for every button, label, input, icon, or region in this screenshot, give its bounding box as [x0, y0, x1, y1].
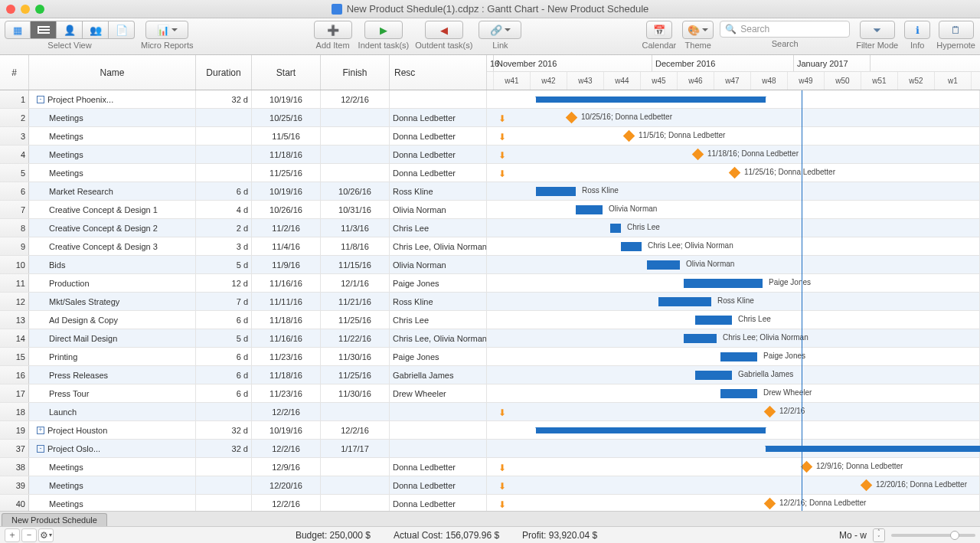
indent-tasks-button[interactable]: ▶: [364, 21, 403, 39]
summary-bar[interactable]: [536, 427, 766, 433]
cell-finish[interactable]: [321, 403, 390, 420]
cell-finish[interactable]: [321, 476, 390, 494]
add-item-button[interactable]: ➕: [314, 21, 352, 39]
cell-finish[interactable]: 10/31/16: [321, 201, 390, 218]
gantt-cell[interactable]: ⬇12/2/16: [487, 403, 980, 420]
cell-dur[interactable]: [196, 403, 252, 420]
gantt-cell[interactable]: Olivia Norman: [487, 201, 980, 218]
cell-finish[interactable]: 11/30/16: [321, 348, 390, 365]
cell-res[interactable]: Donna Ledbetter: [390, 495, 487, 511]
cell-start[interactable]: 12/2/16: [252, 495, 321, 511]
task-name-cell[interactable]: Creative Concept & Design 1: [29, 201, 196, 218]
cell-finish[interactable]: 11/15/16: [321, 256, 390, 273]
cell-dur[interactable]: 3 d: [196, 237, 252, 255]
view-mode-5-button[interactable]: 📄: [109, 21, 135, 39]
cell-dur[interactable]: 32 d: [196, 90, 252, 108]
cell-dur[interactable]: 6 d: [196, 366, 252, 384]
task-bar[interactable]: [610, 224, 621, 233]
settings-gear-button[interactable]: ⚙▾: [38, 528, 54, 542]
table-row[interactable]: 39Meetings12/20/16Donna Ledbetter⬇12/20/…: [0, 476, 980, 495]
task-name-cell[interactable]: Production: [29, 274, 196, 292]
cell-dur[interactable]: 12 d: [196, 274, 252, 292]
gantt-cell[interactable]: ⬇12/2/16; Donna Ledbetter: [487, 495, 980, 511]
cell-start[interactable]: 11/18/16: [252, 311, 321, 329]
outdent-tasks-button[interactable]: ◀: [425, 21, 463, 39]
milestone-marker[interactable]: [566, 112, 578, 124]
milestone-marker[interactable]: [623, 130, 635, 142]
cell-res[interactable]: Chris Lee, Olivia Norman: [390, 329, 487, 347]
cell-dur[interactable]: 6 d: [196, 384, 252, 402]
gantt-cell[interactable]: Chris Lee; Olivia Norman: [487, 329, 980, 347]
task-name-cell[interactable]: Creative Concept & Design 2: [29, 219, 196, 237]
table-row[interactable]: 17Press Tour6 d11/23/1611/30/16Drew Whee…: [0, 384, 980, 403]
view-mode-4-button[interactable]: 👥: [83, 21, 109, 39]
gantt-cell[interactable]: Ross Kline: [487, 293, 980, 310]
cell-res[interactable]: Olivia Norman: [390, 201, 487, 218]
table-row[interactable]: 3Meetings11/5/16Donna Ledbetter⬇11/5/16;…: [0, 127, 980, 146]
cell-res[interactable]: Donna Ledbetter: [390, 109, 487, 126]
task-name-cell[interactable]: Direct Mail Design: [29, 329, 196, 347]
cell-start[interactable]: 11/5/16: [252, 127, 321, 145]
milestone-marker[interactable]: [861, 479, 873, 492]
milestone-marker[interactable]: [692, 149, 704, 161]
cell-start[interactable]: 12/2/16: [252, 440, 321, 457]
view-mode-1-button[interactable]: ▦: [5, 21, 31, 39]
cell-res[interactable]: Donna Ledbetter: [390, 127, 487, 145]
gantt-cell[interactable]: Chris Lee: [487, 311, 980, 329]
cell-finish[interactable]: 11/21/16: [321, 293, 390, 310]
gantt-cell[interactable]: ⬇10/25/16; Donna Ledbetter: [487, 109, 980, 126]
cell-dur[interactable]: [196, 127, 252, 145]
cell-res[interactable]: [390, 421, 487, 439]
cell-start[interactable]: 12/20/16: [252, 476, 321, 494]
task-name-cell[interactable]: Printing: [29, 348, 196, 365]
cell-dur[interactable]: [196, 495, 252, 511]
cell-finish[interactable]: 11/22/16: [321, 329, 390, 347]
cell-res[interactable]: [390, 403, 487, 420]
cell-res[interactable]: Paige Jones: [390, 274, 487, 292]
table-row[interactable]: 38Meetings12/9/16Donna Ledbetter⬇12/9/16…: [0, 458, 980, 476]
cell-start[interactable]: 11/23/16: [252, 348, 321, 365]
task-bar[interactable]: [695, 316, 732, 325]
cell-dur[interactable]: 4 d: [196, 201, 252, 218]
table-row[interactable]: 5Meetings11/25/16Donna Ledbetter⬇11/25/1…: [0, 164, 980, 182]
cell-start[interactable]: 10/19/16: [252, 421, 321, 439]
gantt-cell[interactable]: [487, 421, 980, 439]
col-header-duration[interactable]: Duration: [196, 55, 252, 90]
hypernote-button[interactable]: 🗒: [939, 21, 974, 39]
table-row[interactable]: 13Ad Design & Copy6 d11/18/1611/25/16Chr…: [0, 311, 980, 329]
cell-start[interactable]: 11/9/16: [252, 256, 321, 273]
cell-res[interactable]: Donna Ledbetter: [390, 146, 487, 163]
gantt-cell[interactable]: ⬇12/20/16; Donna Ledbetter: [487, 476, 980, 494]
task-name-cell[interactable]: Meetings: [29, 164, 196, 182]
table-row[interactable]: 8Creative Concept & Design 22 d11/2/1611…: [0, 219, 980, 237]
cell-res[interactable]: Chris Lee: [390, 311, 487, 329]
table-row[interactable]: 40Meetings12/2/16Donna Ledbetter⬇12/2/16…: [0, 495, 980, 511]
view-mode-3-button[interactable]: 👤: [57, 21, 83, 39]
cell-start[interactable]: 12/2/16: [252, 403, 321, 420]
cell-dur[interactable]: [196, 146, 252, 163]
task-bar[interactable]: [695, 371, 732, 380]
cell-dur[interactable]: 32 d: [196, 440, 252, 457]
table-row[interactable]: 4Meetings11/18/16Donna Ledbetter⬇11/18/1…: [0, 146, 980, 164]
gantt-cell[interactable]: Paige Jones: [487, 274, 980, 292]
filter-mode-button[interactable]: ⏷: [860, 21, 895, 39]
task-bar[interactable]: [536, 187, 576, 196]
cell-finish[interactable]: 10/26/16: [321, 182, 390, 200]
task-name-cell[interactable]: Creative Concept & Design 3: [29, 237, 196, 255]
table-row[interactable]: 19+Project Houston32 d10/19/1612/2/16: [0, 421, 980, 440]
cell-finish[interactable]: 11/8/16: [321, 237, 390, 255]
task-name-cell[interactable]: Meetings: [29, 458, 196, 476]
task-bar[interactable]: [684, 334, 717, 343]
cell-dur[interactable]: 6 d: [196, 311, 252, 329]
view-mode-gantt-button[interactable]: [31, 21, 57, 39]
table-row[interactable]: 16Press Releases6 d11/18/1611/25/16Gabri…: [0, 366, 980, 384]
cell-finish[interactable]: 11/30/16: [321, 384, 390, 402]
cell-finish[interactable]: [321, 127, 390, 145]
cell-res[interactable]: [390, 90, 487, 108]
gantt-cell[interactable]: ⬇11/5/16; Donna Ledbetter: [487, 127, 980, 145]
cell-finish[interactable]: 12/2/16: [321, 90, 390, 108]
task-bar[interactable]: [576, 205, 603, 214]
task-name-cell[interactable]: Meetings: [29, 127, 196, 145]
cell-res[interactable]: [390, 440, 487, 457]
table-row[interactable]: 2Meetings10/25/16Donna Ledbetter⬇10/25/1…: [0, 109, 980, 127]
